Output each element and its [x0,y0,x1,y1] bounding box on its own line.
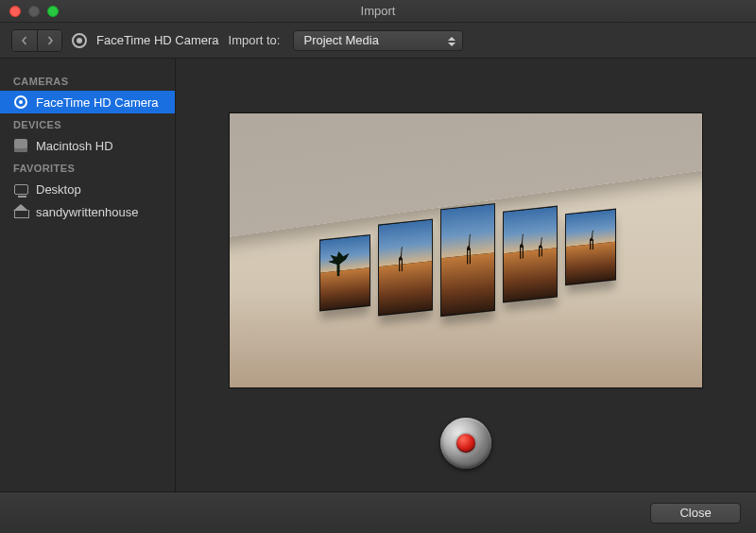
footer: Close [0,491,756,533]
record-icon [456,434,475,453]
sidebar: CAMERAS FaceTime HD Camera DEVICES Macin… [0,59,176,491]
import-to-value: Project Media [303,33,378,47]
sidebar-item-macintosh-hd[interactable]: Macintosh HD [0,134,175,157]
minimize-window-button[interactable] [28,6,40,17]
home-icon [13,204,28,219]
sidebar-item-home[interactable]: sandywrittenhouse [0,200,175,223]
window-title: Import [0,4,756,18]
close-button[interactable]: Close [650,503,741,524]
chevron-right-icon [45,36,55,45]
harddrive-icon [13,138,28,153]
titlebar: Import [0,0,756,23]
camera-icon [13,95,28,110]
toolbar-camera-name: FaceTime HD Camera [96,33,219,47]
close-window-button[interactable] [9,6,21,17]
import-to-select[interactable]: Project Media [293,30,463,51]
camera-preview [230,113,702,387]
sidebar-item-label: FaceTime HD Camera [36,95,159,110]
back-button[interactable] [12,30,37,51]
window-controls [0,6,59,17]
sidebar-section-cameras: CAMERAS [0,70,175,91]
sidebar-item-label: sandywrittenhouse [36,205,138,219]
toolbar: FaceTime HD Camera Import to: Project Me… [0,23,756,59]
camera-icon [72,33,87,48]
sidebar-item-label: Macintosh HD [36,139,113,153]
sidebar-item-label: Desktop [36,182,81,197]
desktop-icon [13,181,28,197]
sidebar-item-desktop[interactable]: Desktop [0,178,175,200]
sidebar-section-devices: DEVICES [0,113,175,134]
chevron-left-icon [20,36,29,45]
sidebar-section-favorites: FAVORITES [0,157,175,178]
main-panel [176,59,756,491]
zoom-window-button[interactable] [47,6,59,17]
sidebar-item-facetime-camera[interactable]: FaceTime HD Camera [0,91,175,113]
chevron-updown-icon [447,34,456,49]
import-to-label: Import to: [229,33,281,47]
forward-button[interactable] [37,30,61,51]
record-button[interactable] [440,418,491,469]
nav-segmented [11,29,62,52]
close-button-label: Close [679,506,711,520]
